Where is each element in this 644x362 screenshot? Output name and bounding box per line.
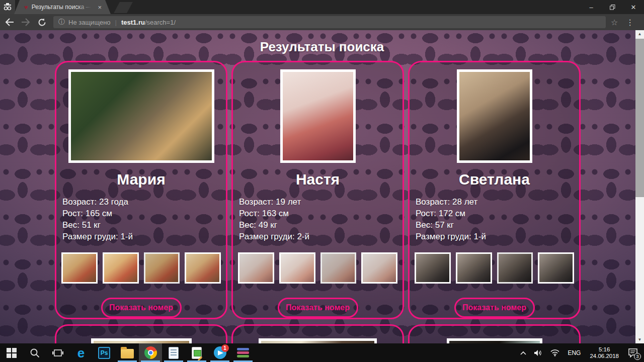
tab-strip: ♥ Результаты поиска — SE × – ✕	[0, 0, 644, 14]
page-viewport: Результаты поиска Мария Возраст: 23 года…	[0, 30, 644, 343]
tab-close-icon[interactable]: ×	[98, 4, 102, 11]
volume-icon[interactable]	[531, 343, 545, 362]
system-tray: ENG 5:16 24.06.2018 3	[517, 343, 644, 362]
file-explorer-icon[interactable]	[116, 343, 139, 362]
thumbnail[interactable]	[415, 252, 451, 284]
incognito-icon	[0, 0, 15, 14]
language-indicator[interactable]: ENG	[565, 343, 584, 362]
show-number-button[interactable]: Показать номер	[278, 298, 358, 318]
tab-title: Результаты поиска — SE	[32, 4, 94, 11]
stat-height: Рост: 172 см	[416, 208, 574, 219]
photo-thumbnails	[415, 252, 574, 284]
back-icon[interactable]	[3, 16, 16, 29]
profile-stats: Возраст: 19 лет Рост: 163 см Вес: 49 кг …	[238, 196, 397, 242]
stat-height: Рост: 165 см	[62, 208, 221, 219]
profile-stats: Возраст: 23 года Рост: 165 см Вес: 51 кг…	[61, 196, 221, 242]
thumbnail[interactable]	[361, 252, 397, 284]
profile-photo[interactable]	[280, 69, 356, 163]
page-scrollbar[interactable]: ▲ ▼	[635, 30, 644, 343]
clock-date: 24.06.2018	[590, 353, 619, 359]
thumbnail[interactable]	[497, 252, 533, 284]
url-host: test1.ru	[121, 19, 145, 26]
stat-age: Возраст: 19 лет	[239, 196, 397, 208]
info-icon[interactable]: ⓘ	[58, 18, 65, 27]
browser-toolbar: ⓘ Не защищено | test1.ru /search=1/ ☆ ⋮	[0, 14, 644, 30]
winrar-icon[interactable]	[231, 343, 255, 362]
scroll-up-icon[interactable]: ▲	[635, 30, 644, 38]
stat-age: Возраст: 23 года	[62, 196, 221, 208]
clock[interactable]: 5:16 24.06.2018	[586, 346, 623, 359]
thumbnail[interactable]	[238, 252, 274, 284]
thumbnail[interactable]	[279, 252, 315, 284]
stat-weight: Вес: 51 кг	[62, 219, 221, 231]
thumbnail[interactable]	[456, 252, 492, 284]
notepad-icon[interactable]	[162, 343, 185, 362]
wifi-icon[interactable]	[547, 343, 562, 362]
browser-window: ♥ Результаты поиска — SE × – ✕	[0, 0, 644, 362]
profile-photo[interactable]	[68, 69, 214, 163]
scrollbar-thumb[interactable]	[635, 39, 644, 197]
reload-icon[interactable]	[35, 16, 48, 29]
profile-card-maria: Мария Возраст: 23 года Рост: 165 см Вес:…	[55, 61, 227, 319]
results-row-2	[0, 324, 644, 343]
profile-name: Светлана	[459, 171, 530, 188]
start-button[interactable]	[0, 343, 23, 362]
security-label: Не защищено	[68, 19, 111, 26]
profile-photo[interactable]	[91, 338, 192, 343]
restore-button[interactable]	[602, 0, 623, 14]
profile-stats: Возраст: 28 лет Рост: 172 см Вес: 57 кг …	[415, 196, 574, 242]
edge-icon[interactable]: e	[69, 343, 93, 362]
photoshop-icon[interactable]: Ps	[93, 343, 116, 362]
stat-bust: Размер груди: 1-й	[416, 231, 574, 242]
stat-weight: Вес: 49 кг	[239, 219, 397, 231]
browser-menu-icon[interactable]: ⋮	[626, 18, 634, 27]
chrome-icon[interactable]	[139, 343, 162, 362]
telegram-badge: 1	[221, 344, 229, 352]
thumbnail[interactable]	[61, 252, 98, 284]
stat-bust: Размер груди: 2-й	[239, 231, 397, 242]
address-bar[interactable]: ⓘ Не защищено | test1.ru /search=1/	[53, 16, 606, 28]
stat-height: Рост: 163 см	[239, 208, 397, 219]
action-center-icon[interactable]: 3	[625, 343, 641, 362]
site-favicon-icon: ♥	[24, 4, 28, 11]
profile-photo[interactable]	[447, 338, 542, 343]
close-button[interactable]: ✕	[623, 0, 644, 14]
url-path: /search=1/	[145, 19, 176, 26]
notification-badge: 3	[634, 353, 641, 360]
thumbnail[interactable]	[538, 252, 574, 284]
task-view-icon[interactable]	[46, 343, 69, 362]
taskbar: e Ps 1	[0, 343, 644, 362]
stat-age: Возраст: 28 лет	[416, 196, 574, 208]
profile-name: Мария	[117, 171, 165, 188]
bookmark-star-icon[interactable]: ☆	[611, 18, 618, 27]
taskbar-search-icon[interactable]	[23, 343, 46, 362]
thumbnail[interactable]	[320, 252, 357, 284]
image-editor-icon[interactable]	[185, 343, 208, 362]
tab-title-fade	[76, 4, 94, 11]
show-number-button[interactable]: Показать номер	[101, 298, 182, 318]
profile-card-partial	[408, 324, 581, 343]
clock-time: 5:16	[590, 346, 619, 353]
scroll-down-icon[interactable]: ▼	[635, 336, 644, 343]
profile-card-svetlana: Светлана Возраст: 28 лет Рост: 172 см Ве…	[408, 61, 581, 319]
minimize-button[interactable]: –	[581, 0, 602, 14]
browser-tab[interactable]: ♥ Результаты поиска — SE ×	[14, 0, 111, 14]
thumbnail[interactable]	[103, 252, 139, 284]
forward-icon[interactable]	[19, 16, 32, 29]
tray-chevron-icon[interactable]	[517, 343, 529, 362]
thumbnail[interactable]	[185, 252, 221, 284]
window-controls: – ✕	[581, 0, 644, 14]
results-row-1: Мария Возраст: 23 года Рост: 165 см Вес:…	[0, 61, 644, 319]
new-tab-button[interactable]	[114, 2, 133, 13]
page-title: Результаты поиска	[0, 39, 644, 55]
thumbnail[interactable]	[144, 252, 180, 284]
show-number-button[interactable]: Показать номер	[454, 298, 535, 318]
telegram-icon[interactable]: 1	[208, 343, 231, 362]
stat-weight: Вес: 57 кг	[416, 219, 574, 231]
profile-name: Настя	[296, 171, 340, 188]
profile-card-partial	[231, 324, 404, 343]
stat-bust: Размер груди: 1-й	[62, 231, 221, 242]
profile-photo[interactable]	[457, 69, 532, 163]
profile-card-partial	[55, 324, 227, 343]
profile-photo[interactable]	[259, 338, 377, 343]
